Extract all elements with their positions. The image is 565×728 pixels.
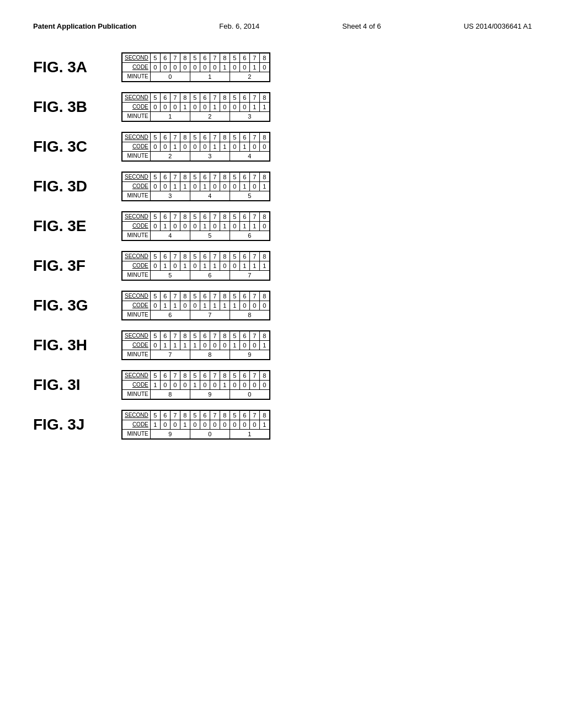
second-cell: 8 [220,411,230,420]
code-cell: 0 [230,182,239,191]
figure-label-fig3h: FIG. 3H [33,336,99,354]
code-cell: 0 [170,222,180,231]
code-cell: 0 [190,182,200,191]
second-cell: 6 [200,173,210,182]
second-cell: 5 [150,292,160,301]
table-fig3c: SECOND567856785678CODE001000110100MINUTE… [121,132,270,162]
code-label: CODE [122,63,151,72]
code-cell: 0 [239,341,249,350]
code-cell: 1 [220,222,230,231]
second-cell: 8 [259,252,269,261]
code-cell: 1 [200,222,210,231]
minute-cell: 5 [230,191,269,201]
minute-cell: 1 [190,72,230,82]
second-cell: 6 [239,371,249,381]
second-cell: 8 [220,212,230,222]
second-cell: 7 [249,93,259,103]
code-cell: 0 [150,103,160,112]
code-cell: 0 [220,182,230,191]
second-cell: 7 [170,252,180,261]
code-cell: 0 [249,301,259,311]
second-cell: 6 [239,212,249,222]
second-cell: 5 [230,292,239,301]
minute-label: MINUTE [122,72,151,82]
minute-cell: 1 [230,430,269,439]
second-cell: 7 [170,292,180,301]
second-cell: 8 [259,133,269,142]
second-cell: 8 [180,292,190,301]
table-fig3a: SECOND567856785678CODE000000010010MINUTE… [121,52,270,82]
second-cell: 8 [259,93,269,103]
code-cell: 0 [160,103,170,112]
second-cell: 5 [230,212,239,222]
code-cell: 0 [230,63,239,72]
code-cell: 0 [160,142,170,152]
second-cell: 5 [230,53,239,63]
second-cell: 6 [160,292,170,301]
second-cell: 5 [190,173,200,182]
code-cell: 0 [150,142,160,152]
second-cell: 5 [150,371,160,381]
table-fig3g: SECOND567856785678CODE011001111000MINUTE… [121,291,270,320]
minute-cell: 0 [150,72,190,82]
second-label: SECOND [122,292,151,301]
second-cell: 7 [210,133,220,142]
second-cell: 8 [220,53,230,63]
code-cell: 0 [249,142,259,152]
second-cell: 7 [249,212,259,222]
second-cell: 5 [190,371,200,381]
second-cell: 5 [190,212,200,222]
second-cell: 7 [170,371,180,381]
code-cell: 0 [190,103,200,112]
second-cell: 8 [220,371,230,381]
second-cell: 7 [249,53,259,63]
figure-label-fig3b: FIG. 3B [33,98,99,116]
second-cell: 8 [180,411,190,420]
code-cell: 0 [170,261,180,271]
figure-label-fig3i: FIG. 3I [33,376,99,394]
second-cell: 5 [150,133,160,142]
header-date: Feb. 6, 2014 [219,22,259,30]
second-cell: 5 [150,53,160,63]
figure-row-fig3j: FIG. 3JSECOND567856785678CODE10010000000… [33,410,532,440]
code-cell: 0 [200,63,210,72]
page-header: Patent Application Publication Feb. 6, 2… [33,22,532,30]
second-cell: 8 [180,371,190,381]
figure-label-fig3e: FIG. 3E [33,217,99,235]
second-cell: 8 [220,93,230,103]
code-cell: 0 [210,381,220,390]
code-label: CODE [122,142,151,152]
code-cell: 0 [259,381,269,390]
second-cell: 7 [249,331,259,341]
minute-cell: 8 [150,390,190,399]
second-cell: 7 [170,93,180,103]
second-cell: 6 [200,292,210,301]
code-cell: 1 [210,301,220,311]
second-label: SECOND [122,133,151,142]
code-cell: 0 [150,63,160,72]
figure-row-fig3d: FIG. 3DSECOND567856785678CODE00110100010… [33,172,532,201]
second-cell: 8 [180,93,190,103]
second-cell: 6 [160,53,170,63]
code-cell: 1 [259,420,269,430]
minute-cell: 2 [190,112,230,121]
code-cell: 0 [190,142,200,152]
code-cell: 0 [210,182,220,191]
minute-cell: 8 [230,311,269,320]
minute-cell: 3 [230,112,269,121]
minute-label: MINUTE [122,191,151,201]
code-cell: 1 [180,182,190,191]
second-cell: 5 [190,252,200,261]
code-cell: 0 [259,222,269,231]
code-cell: 0 [190,63,200,72]
second-cell: 8 [259,53,269,63]
minute-cell: 9 [230,350,269,360]
code-cell: 1 [239,261,249,271]
second-cell: 6 [239,292,249,301]
minute-cell: 8 [190,350,230,360]
second-cell: 5 [230,173,239,182]
code-cell: 0 [160,182,170,191]
second-cell: 6 [239,133,249,142]
second-label: SECOND [122,331,151,341]
code-cell: 1 [180,420,190,430]
